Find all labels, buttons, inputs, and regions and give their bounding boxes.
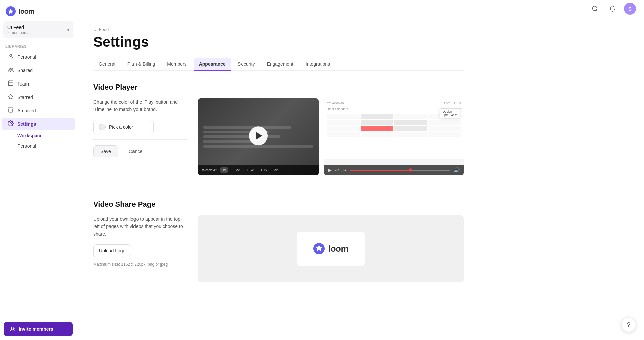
save-label: Save bbox=[100, 149, 111, 154]
color-swatch bbox=[99, 124, 106, 130]
video-share-controls: Upload your own logo to appear in the to… bbox=[93, 215, 187, 267]
section-divider bbox=[93, 189, 464, 189]
video-preview-main: Watch At: 1x 1.2x 1.5x 1.7x 2x bbox=[198, 98, 319, 175]
invite-button-label: Invite members bbox=[19, 326, 53, 332]
team-icon bbox=[7, 80, 14, 88]
cal-cell bbox=[327, 126, 360, 131]
sidebar-item-settings-label: Settings bbox=[17, 121, 36, 127]
logo-text: loom bbox=[19, 8, 34, 15]
pick-color-button[interactable]: Pick a color bbox=[93, 120, 154, 134]
cal-label-mycal: My calendars bbox=[327, 101, 345, 104]
upload-logo-button[interactable]: Upload Logo bbox=[93, 244, 131, 257]
video-preview-calendar: My calendars 8 AM 5 PM Other calendars +… bbox=[324, 98, 464, 175]
search-button[interactable] bbox=[589, 3, 601, 15]
video-previews: Watch At: 1x 1.2x 1.5x 1.7x 2x My calend… bbox=[198, 98, 464, 175]
svg-point-2 bbox=[9, 68, 11, 70]
avatar-letter: S bbox=[628, 6, 632, 12]
video-player-title: Video Player bbox=[93, 83, 464, 92]
tab-plan-billing[interactable]: Plan & Billing bbox=[122, 58, 161, 71]
main-inner: UI Feed Settings General Plan & Billing … bbox=[77, 17, 480, 305]
svg-point-3 bbox=[11, 68, 13, 70]
play-triangle-icon bbox=[256, 132, 262, 140]
video-share-desc: Upload your own logo to appear in the to… bbox=[93, 215, 187, 238]
speed-1-5x[interactable]: 1.5x bbox=[245, 167, 256, 173]
video-player-section: Change the color of the 'Play' button an… bbox=[93, 98, 464, 175]
cal-cell bbox=[394, 114, 427, 119]
cal-header: My calendars 8 AM 5 PM bbox=[327, 101, 461, 106]
speed-2x[interactable]: 2x bbox=[272, 167, 280, 173]
person-icon bbox=[7, 53, 14, 61]
speed-1x[interactable]: 1x bbox=[220, 167, 228, 173]
notifications-button[interactable] bbox=[606, 3, 619, 15]
progress-bar[interactable] bbox=[350, 170, 450, 171]
sidebar-sub-workspace-label: Workspace bbox=[17, 133, 42, 138]
loom-star-logo bbox=[313, 243, 325, 255]
play-button-overlay[interactable] bbox=[249, 126, 268, 145]
sidebar-item-starred-label: Starred bbox=[17, 95, 33, 100]
star-icon bbox=[7, 94, 14, 101]
share-preview: loom bbox=[198, 215, 464, 282]
cal-cell bbox=[428, 126, 461, 131]
sidebar-item-personal[interactable]: Personal bbox=[2, 51, 75, 63]
sidebar-item-shared-label: Shared bbox=[17, 68, 33, 73]
settings-icon bbox=[7, 120, 14, 128]
cal-cell bbox=[394, 132, 427, 137]
cal-cell-highlight bbox=[361, 126, 394, 131]
archive-icon bbox=[7, 107, 14, 114]
cal-cell bbox=[327, 120, 360, 125]
loom-logo-preview: loom bbox=[313, 243, 348, 255]
sidebar-item-archived[interactable]: Archived bbox=[2, 104, 75, 117]
sidebar-item-starred[interactable]: Starred bbox=[2, 91, 75, 104]
workspace-name: UI Feed bbox=[7, 25, 28, 30]
sidebar: loom UI Feed 2 members ▾ Libraries Perso… bbox=[0, 0, 77, 340]
cal-cell bbox=[327, 132, 360, 137]
sidebar-item-settings[interactable]: Settings bbox=[2, 118, 75, 130]
workspace-selector[interactable]: UI Feed 2 members ▾ bbox=[3, 21, 73, 38]
cancel-button[interactable]: Cancel bbox=[122, 145, 150, 157]
shared-icon bbox=[7, 67, 14, 74]
cal-cell-filled bbox=[394, 120, 427, 125]
sidebar-item-shared[interactable]: Shared bbox=[2, 64, 75, 77]
max-size-text: Maximum size: 1152 x 720px, png or jpeg bbox=[93, 261, 187, 267]
cal-cell bbox=[361, 132, 394, 137]
chevron-down-icon: ▾ bbox=[67, 27, 69, 32]
cal-row-3 bbox=[327, 126, 461, 131]
topbar: S bbox=[77, 0, 644, 17]
video-share-section: Upload your own logo to appear in the to… bbox=[93, 215, 464, 282]
svg-point-1 bbox=[10, 54, 12, 56]
svg-marker-5 bbox=[8, 94, 13, 99]
sidebar-item-team-label: Team bbox=[17, 81, 29, 87]
volume-icon[interactable]: 🔊 bbox=[454, 167, 460, 173]
video-player-desc: Change the color of the 'Play' button an… bbox=[93, 98, 187, 113]
tab-engagement[interactable]: Engagement bbox=[261, 58, 299, 71]
vid-row-1 bbox=[203, 126, 291, 129]
video-share-title: Video Share Page bbox=[93, 200, 464, 209]
bell-icon bbox=[609, 5, 616, 12]
sidebar-sub-personal-label: Personal bbox=[17, 143, 36, 149]
tab-integrations[interactable]: Integrations bbox=[300, 58, 335, 71]
loom-logo-icon bbox=[5, 6, 16, 17]
user-avatar[interactable]: S bbox=[624, 3, 636, 15]
tab-members[interactable]: Members bbox=[162, 58, 192, 71]
cal-label-time: 8 AM 5 PM bbox=[443, 101, 461, 104]
sidebar-item-team[interactable]: Team bbox=[2, 77, 75, 90]
cal-cell bbox=[428, 120, 461, 125]
speed-1-7x[interactable]: 1.7x bbox=[258, 167, 269, 173]
tab-general[interactable]: General bbox=[93, 58, 121, 71]
video-player-controls: Change the color of the 'Play' button an… bbox=[93, 98, 187, 157]
loom-brand-text: loom bbox=[328, 244, 348, 254]
sidebar-sub-personal[interactable]: Personal bbox=[2, 141, 75, 151]
sidebar-sub-workspace[interactable]: Workspace bbox=[2, 131, 75, 140]
play-icon[interactable]: ▶ bbox=[328, 167, 332, 173]
invite-members-button[interactable]: Invite members bbox=[4, 322, 73, 336]
sidebar-bottom: Invite members bbox=[0, 318, 77, 340]
forward-icon[interactable]: ↪ bbox=[342, 167, 346, 173]
cal-cell bbox=[428, 132, 461, 137]
tab-appearance[interactable]: Appearance bbox=[194, 58, 231, 71]
tab-security[interactable]: Security bbox=[232, 58, 260, 71]
save-button[interactable]: Save bbox=[93, 145, 118, 157]
help-button[interactable]: ? bbox=[621, 317, 636, 332]
sidebar-item-personal-label: Personal bbox=[17, 54, 36, 60]
speed-1-2x[interactable]: 1.2x bbox=[231, 167, 242, 173]
rewind-icon[interactable]: ↩ bbox=[335, 167, 339, 173]
